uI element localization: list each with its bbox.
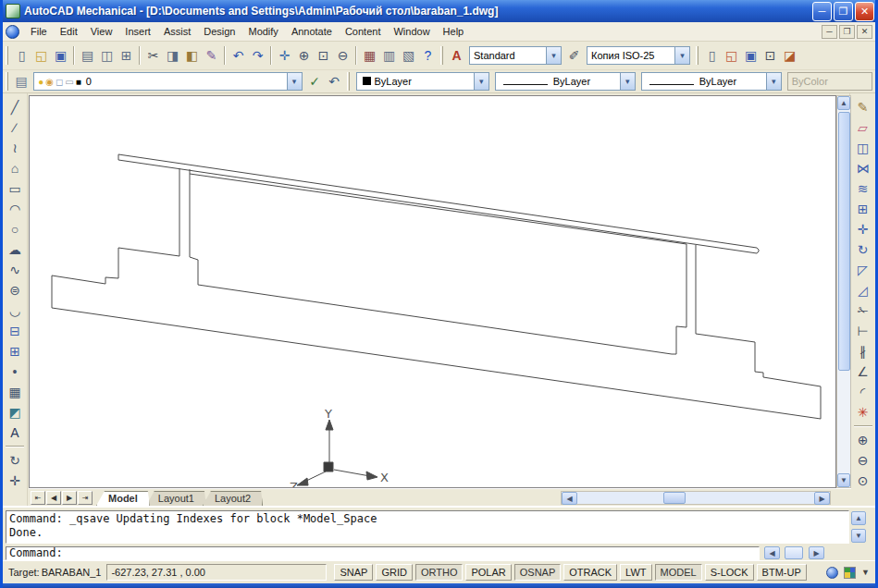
copy-icon[interactable]: ◨ [163,46,182,66]
last-tab-button[interactable]: ⇥ [78,491,93,505]
explode-icon[interactable]: ✳ [853,402,872,423]
status-toggle-model[interactable]: MODEL [655,564,702,581]
new-file-icon[interactable]: ▯ [12,46,31,66]
prompt-scroll-right-icon[interactable]: ▶ [809,546,824,559]
layer-previous-icon[interactable]: ↶ [325,72,344,92]
coordinate-readout[interactable]: -627.23, 27.31 , 0.00 [106,564,327,581]
pan-icon[interactable]: ✛ [275,46,294,66]
communication-center-icon[interactable] [826,567,838,579]
zoom-window-icon[interactable]: ⊡ [314,46,333,66]
chevron-down-icon[interactable]: ▾ [674,47,689,64]
dim-style-icon[interactable]: ✐ [564,46,584,66]
move-view-icon[interactable]: ✛ [6,471,25,491]
minimize-button[interactable]: ─ [812,2,832,21]
draworder-icon[interactable]: ✎ [853,97,872,117]
insert-block-icon[interactable]: ⊟ [6,321,25,341]
scroll-up-icon[interactable]: ▲ [837,96,850,110]
status-toggle-snap[interactable]: SNAP [334,564,373,581]
polygon-icon[interactable]: ⌂ [6,158,25,178]
erase-icon[interactable]: ▱ [853,117,872,138]
chevron-down-icon[interactable]: ▾ [620,73,635,90]
chevron-down-icon[interactable]: ▾ [287,73,302,90]
ellipse-icon[interactable]: ⊜ [6,280,25,300]
line-icon[interactable]: ╱ [6,97,25,117]
scroll-right-icon[interactable]: ▶ [814,492,830,505]
dbconnect-icon[interactable]: ▧ [399,46,418,66]
toolbar-grip[interactable] [696,46,699,65]
tab-layout2[interactable]: Layout2 [203,491,263,506]
drawing-canvas[interactable]: YXZ [29,95,836,488]
horizontal-scrollbar[interactable]: ◀ ▶ [561,491,831,505]
status-toggle-ortho[interactable]: ORTHO [415,564,464,581]
status-toggle-lwt[interactable]: LWT [620,564,651,581]
status-toggle-btm-up[interactable]: BTM-UP [757,564,807,581]
chevron-down-icon[interactable]: ▾ [546,47,561,64]
display-config-icon[interactable]: ⊡ [761,46,780,66]
fillet-icon[interactable]: ◜ [853,382,872,402]
command-input[interactable]: Command: [6,546,760,560]
vertical-scrollbar-thumb[interactable] [838,112,850,371]
options-icon[interactable]: ◪ [780,46,799,66]
menu-assist[interactable]: Assist [157,24,197,39]
break-icon[interactable]: ∦ [853,341,872,361]
offset-icon[interactable]: ≋ [853,178,872,199]
polyline-icon[interactable]: ≀ [6,138,25,158]
command-scroll-up-icon[interactable]: ▲ [851,511,866,525]
sheet-save-icon[interactable]: ▣ [741,46,761,66]
menu-modify[interactable]: Modify [241,24,284,39]
mdi-restore-button[interactable]: ❐ [839,25,855,39]
mirror-icon[interactable]: ⋈ [853,158,872,178]
stretch-icon[interactable]: ◿ [853,280,872,300]
new-sheet-icon[interactable]: ▯ [702,46,722,66]
chamfer-icon[interactable]: ∠ [853,361,872,382]
layer-lock-icon[interactable]: ◻ [56,77,63,87]
trim-icon[interactable]: ✁ [853,300,872,321]
layer-on-icon[interactable]: ● [38,77,43,87]
make-object-layer-current-icon[interactable]: ✓ [305,72,325,92]
close-button[interactable]: ✕ [855,2,874,21]
text-style-combo[interactable]: Standard ▾ [469,46,562,65]
dim-style-combo[interactable]: Копия ISO-25 ▾ [587,46,690,65]
vertical-scrollbar[interactable]: ▲ ▼ [836,95,851,488]
horizontal-scrollbar-thumb[interactable] [663,492,686,504]
ellipse-arc-icon[interactable]: ◡ [6,300,25,321]
zoom-previous-icon[interactable]: ⊖ [333,46,352,66]
construction-line-icon[interactable]: ∕ [6,117,25,138]
menu-view[interactable]: View [84,24,119,39]
text-style-icon[interactable]: A [447,46,466,66]
menu-design[interactable]: Design [197,24,241,39]
menu-insert[interactable]: Insert [118,24,157,39]
status-toggle-polar[interactable]: POLAR [465,564,511,581]
status-toggle-grid[interactable]: GRID [376,564,413,581]
command-history[interactable]: Command: _qsave Updating Indexes for blo… [6,510,849,544]
named-views-icon[interactable]: ▦ [360,46,379,66]
menu-annotate[interactable]: Annotate [285,24,339,39]
status-toggle-osnap[interactable]: OSNAP [514,564,562,581]
gradient-icon[interactable]: ◩ [6,402,25,423]
paste-icon[interactable]: ◧ [182,46,202,66]
maximize-button[interactable]: ❐ [834,2,853,21]
rotate-view-icon[interactable]: ↻ [6,450,25,471]
menu-window[interactable]: Window [387,24,436,39]
arc-icon[interactable]: ◠ [6,199,25,219]
status-toggle-s-lock[interactable]: S-LOCK [705,564,754,581]
layer-color-swatch[interactable]: ■ [76,77,81,87]
command-scroll-down-icon[interactable]: ▼ [851,529,866,543]
plot-preview-icon[interactable]: ◫ [97,46,117,66]
layer-properties-icon[interactable]: ▤ [12,72,31,92]
zoom-in-icon[interactable]: ⊕ [853,430,872,450]
mdi-minimize-button[interactable]: ─ [822,25,837,39]
tab-model[interactable]: Model [96,491,150,506]
toolbar-grip[interactable] [6,72,8,91]
spline-icon[interactable]: ∿ [6,260,25,280]
undo-icon[interactable]: ↶ [229,46,248,66]
scroll-down-icon[interactable]: ▼ [837,473,850,487]
prev-tab-button[interactable]: ◀ [46,491,61,505]
open-file-icon[interactable]: ◱ [31,46,51,66]
extend-icon[interactable]: ⊢ [853,321,872,341]
array-icon[interactable]: ⊞ [853,199,872,219]
publish-icon[interactable]: ⊞ [117,46,136,66]
tab-layout1[interactable]: Layout1 [146,491,206,506]
toolbar-grip[interactable] [440,46,443,65]
next-tab-button[interactable]: ▶ [62,491,77,505]
